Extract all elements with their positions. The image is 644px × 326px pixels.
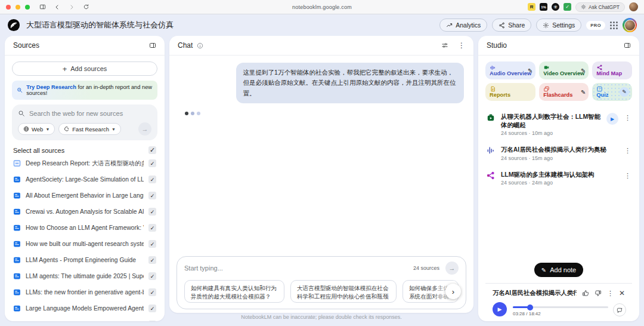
add-sources-button[interactable]: + Add sources [12,61,157,76]
source-checkbox[interactable]: ✓ [148,256,156,264]
close-window-button[interactable] [6,5,11,10]
info-icon[interactable] [197,42,203,49]
browser-profile-avatar[interactable] [629,2,638,11]
chat-input[interactable]: Start typing... [184,265,407,272]
player-progress-bar[interactable] [513,306,608,308]
source-checkbox[interactable]: ✓ [148,208,156,216]
reload-icon[interactable] [83,4,89,10]
play-artifact-button[interactable]: ▶ [606,113,618,125]
select-all-checkbox[interactable]: ✓ [148,146,156,154]
trending-up-icon [446,22,453,29]
source-row[interactable]: How to Choose an LLM Agent Framework: Ve… [12,220,157,236]
search-sparkle-icon [17,87,23,94]
source-row[interactable]: LLMs: the new frontier in generative age… [12,284,157,300]
deep-research-banner[interactable]: Try Deep Research for an in-depth report… [12,81,157,100]
window-controls [6,5,30,10]
edit-pencil-icon[interactable]: ✎ [528,67,532,74]
mindmap-artifact-icon [487,171,495,180]
player-progress-thumb[interactable] [527,305,533,310]
suggested-question-chip[interactable]: 如何构建具有真实人类认知和行为异质性的超大规模社会模拟器？ [184,280,284,303]
quiz-card[interactable]: ? Quiz ✎ [592,83,632,101]
extension-r-icon[interactable]: R [528,3,535,11]
source-checkbox[interactable]: ✓ [148,176,156,183]
settings-button[interactable]: Settings [536,19,581,32]
search-submit-button[interactable]: → [138,122,151,136]
source-checkbox[interactable]: ✓ [148,224,156,232]
item-more-icon[interactable]: ⋮ [624,171,631,179]
audio-overview-card[interactable]: Audio Overview ✎ [485,61,535,79]
video-overview-card[interactable]: Video Overview ✎ [539,61,589,79]
extension-dark-icon[interactable]: 1% [540,3,547,11]
edit-pencil-icon[interactable]: ✎ [581,89,586,96]
address-bar[interactable]: notebooklm.google.com [292,4,352,10]
source-checkbox[interactable]: ✓ [148,192,156,199]
forward-icon[interactable] [69,4,75,10]
player-play-button[interactable]: ▶ [493,302,507,316]
source-row[interactable]: Deep Research Report: 大语言模型驱动的多主体仿真... ✓ [12,155,157,171]
chatgpt-extension-icon[interactable]: ✳ [552,3,559,11]
source-row[interactable]: How we built our multi-agent research sy… [12,236,157,252]
account-avatar[interactable] [623,18,637,32]
thumbs-up-icon[interactable] [582,290,589,297]
source-row[interactable]: LLM Agents - Prompt Engineering Guide ✓ [12,252,157,268]
studio-item-video[interactable]: 从聊天机器人到数字社会：LLM智能体的崛起 24 sources · 10m a… [485,108,632,141]
more-chips-button[interactable]: › [445,284,461,299]
sidebar-toggle-icon[interactable] [39,4,46,10]
source-row[interactable]: Crewai vs. Autogen Analysis for Scalable… [12,204,157,220]
analytics-button[interactable]: Analytics [439,19,487,32]
source-row[interactable]: Multi-agent system - Wikipedia ✓ [12,316,157,321]
flashcards-card[interactable]: Flashcards ✎ [539,83,589,101]
zoom-window-button[interactable] [25,5,30,10]
suggested-question-chip[interactable]: 大语言模型驱动的智能体模拟在社会科学和工程应用中的核心价值和瓶颈是什么？ [290,280,397,303]
thumbs-down-icon[interactable] [595,290,602,297]
web-dropdown-label: Web [32,126,43,133]
collapse-studio-icon[interactable] [624,42,631,49]
web-source-dropdown[interactable]: Web ▼ [18,123,55,135]
deep-research-link[interactable]: Try Deep Research [26,84,76,90]
video-camera-icon [543,64,550,70]
web-search-box: Search the web for new sources Web ▼ Fas… [12,104,157,140]
interactive-mode-icon[interactable] [613,303,626,316]
fast-research-icon [64,126,70,132]
add-note-button[interactable]: ✎ Add note [534,263,583,277]
player-close-icon[interactable]: ✕ [619,289,625,297]
apps-grid-icon[interactable] [610,21,618,29]
notebook-title[interactable]: 大型语言模型驱动的智能体系统与社会仿真 [26,20,174,30]
back-icon[interactable] [54,4,60,10]
chat-more-icon[interactable]: ⋮ [458,41,465,50]
source-row[interactable]: Large Language Models Empowered Agent-ba… [12,300,157,316]
web-source-icon [13,272,21,280]
source-checkbox[interactable]: ✓ [148,272,156,280]
studio-item-audio[interactable]: 万名AI居民社会模拟揭示人类行为奥秘 24 sources · 15m ago … [485,141,632,166]
ask-chatgpt-button[interactable]: Ask ChatGPT [575,2,625,12]
fast-research-dropdown[interactable]: Fast Research ▼ [58,123,121,135]
item-more-icon[interactable]: ⋮ [624,113,631,121]
source-checkbox[interactable]: ✓ [148,159,156,167]
chat-settings-icon[interactable] [441,42,448,49]
reports-card[interactable]: Reports [485,83,535,101]
source-row[interactable]: All About Emergent Behavior in Large Lan… [12,187,157,204]
web-source-icon [13,288,21,296]
source-checkbox[interactable]: ✓ [148,288,156,296]
edit-pencil-icon[interactable]: ✎ [581,67,586,74]
send-button[interactable]: → [445,262,459,275]
share-button[interactable]: Share [492,19,531,32]
studio-item-mindmap[interactable]: LLM驱动的多主体建模与认知架构 24 sources · 24m ago ⋮ [485,166,632,191]
source-checkbox[interactable]: ✓ [148,305,156,312]
source-checkbox[interactable]: ✓ [148,321,156,321]
app-header: 大型语言模型驱动的智能体系统与社会仿真 Analytics Share Sett… [0,14,644,36]
web-source-icon [13,176,21,183]
edit-pencil-icon[interactable]: ✎ [620,87,629,97]
source-row[interactable]: LLM agents: The ultimate guide 2025 | Su… [12,268,157,284]
collapse-sources-icon[interactable] [149,42,156,49]
checkmark-extension-icon[interactable]: ✓ [564,3,571,11]
mind-map-card[interactable]: Mind Map [592,61,632,79]
share-icon [499,22,505,29]
source-row[interactable]: AgentSociety: Large-Scale Simulation of … [12,171,157,187]
web-search-input[interactable]: Search the web for new sources [29,110,123,117]
item-more-icon[interactable]: ⋮ [624,146,631,154]
minimize-window-button[interactable] [16,5,20,10]
source-checkbox[interactable]: ✓ [148,240,156,248]
notebooklm-logo[interactable] [7,19,20,32]
player-more-icon[interactable]: ⋮ [607,290,614,297]
